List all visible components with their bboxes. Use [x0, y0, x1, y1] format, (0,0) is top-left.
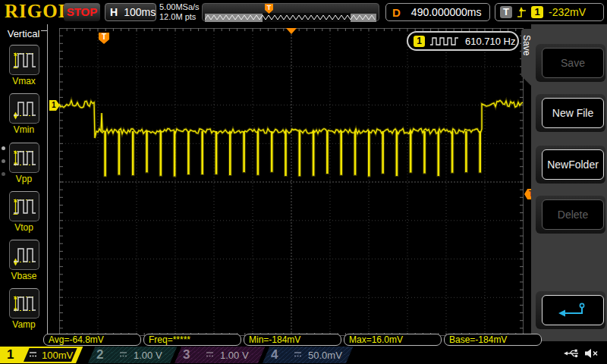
new-file-button[interactable]: New File [542, 98, 604, 128]
channel-1-tab[interactable]: 1 100mV [0, 347, 76, 363]
vmin-icon [9, 93, 39, 124]
channel-4-tab[interactable]: 4 50.0mV [263, 347, 346, 363]
vamp-icon [9, 288, 39, 318]
measurement-freq: Freq=***** [143, 334, 241, 346]
sample-rate: 5.00MSa/s [159, 2, 200, 12]
return-arrow-icon [557, 302, 589, 318]
menu-back-button[interactable] [542, 295, 604, 325]
vbase-icon [9, 240, 39, 270]
trigger-slope-icon [516, 6, 527, 19]
ch1-scale: 100mV [42, 350, 73, 361]
channel-2-tab[interactable]: 2 1.00 V [88, 347, 170, 363]
ch3-coupling-icon [205, 350, 215, 359]
vtop-label: Vtop [0, 222, 48, 233]
freq-counter-source-badge: 1 [414, 36, 425, 47]
run-state-badge: STOP [64, 3, 100, 21]
ch2-number: 2 [96, 347, 103, 362]
softkey-slot-2: New File [536, 94, 605, 132]
softkey-slot-3: NewFolder [536, 146, 605, 184]
left-menu-title: Vertical [0, 28, 47, 39]
trigger-status-box[interactable]: T 1 -232mV [495, 3, 604, 21]
ch1-number: 1 [7, 347, 14, 362]
softkey-slot-4: Delete [536, 196, 605, 234]
vbase-label: Vbase [0, 271, 48, 281]
measurement-min: Min=-184mV [244, 334, 341, 346]
menu-item-vbase[interactable]: Vbase [0, 240, 48, 281]
softkey-slot-5 [536, 291, 605, 329]
right-menu-tab-label: Save [521, 35, 532, 55]
ch4-number: 4 [271, 347, 278, 362]
right-softkey-menu: Save New File NewFolder Delete [531, 24, 607, 341]
trigger-source-badge: 1 [531, 6, 543, 18]
new-folder-button[interactable]: NewFolder [542, 149, 604, 180]
acquisition-info: 5.00MSa/s 12.0M pts [159, 2, 200, 22]
delay-box[interactable]: D 490.000000ms [385, 3, 490, 21]
ch4-scale: 50.0mV [308, 350, 342, 361]
status-icon-tray [563, 348, 599, 359]
speaker-muted-icon [584, 348, 599, 359]
trigger-level-value: -232mV [549, 6, 586, 18]
ch4-coupling-icon [293, 350, 303, 359]
timebase-value: 100ms [124, 6, 156, 18]
vmin-label: Vmin [0, 124, 48, 135]
measurement-base: Base=-184mV [444, 334, 542, 346]
save-button[interactable]: Save [542, 48, 604, 78]
menu-item-vtop[interactable]: Vtop [0, 191, 48, 233]
ch3-scale: 1.00 V [220, 350, 249, 361]
menu-item-vpp[interactable]: Vpp [0, 143, 48, 184]
menu-item-vmin[interactable]: Vmin [0, 93, 48, 135]
memory-depth: 12.0M pts [159, 12, 200, 22]
vpp-label: Vpp [0, 174, 48, 184]
ch2-coupling-icon [118, 350, 128, 359]
horizontal-timebase-box[interactable]: H 100ms [105, 3, 156, 21]
rigol-logo: RIGOL [5, 1, 71, 22]
measurement-avg: Avg=-64.8mV [43, 334, 141, 346]
horizontal-label: H [110, 6, 118, 18]
measurement-max: Max=16.0mV [344, 334, 442, 346]
left-menu-topline [41, 30, 47, 31]
usb-icon [563, 348, 580, 359]
frequency-counter: 1 610.710 Hz [407, 31, 519, 51]
trigger-label: T [500, 6, 512, 18]
ch1-waveform [59, 28, 524, 336]
waveform-memory-preview[interactable]: T [202, 3, 379, 21]
ch2-scale: 1.00 V [134, 350, 162, 361]
ch3-number: 3 [183, 347, 190, 362]
vmax-icon [9, 45, 39, 75]
freq-counter-value: 610.710 Hz [465, 36, 516, 47]
vmax-label: Vmax [0, 76, 48, 86]
ch1-coupling-icon [28, 350, 38, 359]
softkey-slot-1: Save [536, 44, 605, 82]
menu-item-vmax[interactable]: Vmax [0, 45, 48, 86]
vpp-icon [9, 143, 39, 173]
square-wave-icon [429, 36, 460, 46]
ch1-offset-marker[interactable]: 1 [49, 100, 60, 111]
oscilloscope-screen: RIGOL STOP H 100ms 5.00MSa/s 12.0M pts T… [0, 0, 607, 364]
graticule-area: 1 T T 1 610.710 Hz [59, 28, 524, 336]
delay-label: D [392, 6, 401, 19]
channel-3-tab[interactable]: 3 1.00 V [175, 347, 258, 363]
vtop-icon [9, 191, 39, 221]
delete-button[interactable]: Delete [542, 199, 604, 230]
menu-item-vamp[interactable]: Vamp [0, 288, 48, 330]
memory-preview-strip [205, 13, 376, 22]
delay-value: 490.000000ms [411, 6, 482, 18]
vamp-label: Vamp [0, 319, 48, 330]
